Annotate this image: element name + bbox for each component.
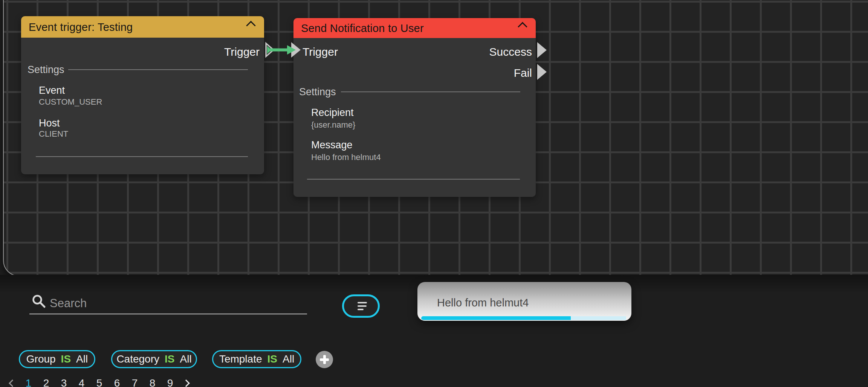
search-bar (29, 292, 307, 314)
field-label: Message (311, 139, 353, 151)
node-title: Event trigger: Testing (29, 21, 133, 33)
chip-value: All (180, 353, 191, 365)
filter-chip-template[interactable]: Template IS All (212, 350, 301, 368)
settings-section-line (341, 91, 520, 92)
field-value: {user.name} (311, 120, 355, 130)
node-event-trigger[interactable]: Event trigger: Testing Trigger Settings … (21, 16, 264, 174)
pagination-prev-icon[interactable] (5, 381, 20, 386)
chip-operator: IS (267, 353, 277, 365)
chip-label: Template (219, 353, 262, 365)
chip-label: Group (26, 353, 56, 365)
search-underline (29, 314, 307, 314)
toast-progress-fill (421, 316, 571, 320)
node-title: Send Notification to User (301, 22, 424, 34)
toast-message: Hello from helmut4 (437, 297, 529, 309)
node-header[interactable]: Event trigger: Testing (21, 16, 264, 38)
search-input[interactable] (49, 294, 292, 313)
field-label: Event (39, 85, 65, 96)
output-port-label-fail: Fail (514, 67, 532, 79)
pagination-next-icon[interactable] (179, 381, 193, 386)
chip-operator: IS (61, 353, 71, 365)
output-port-label-success: Success (489, 46, 532, 58)
field-value: CLIENT (39, 129, 68, 139)
filter-button[interactable] (342, 294, 380, 318)
pagination: 1 2 3 4 5 6 7 8 9 (5, 376, 193, 387)
chip-label: Category (116, 353, 159, 365)
field-value: CUSTOM_USER (39, 97, 102, 107)
field-label: Recipient (311, 107, 354, 119)
success-port-triangle[interactable] (536, 41, 548, 59)
settings-section-label: Settings (28, 64, 64, 76)
page-number-1[interactable]: 1 (20, 377, 37, 387)
input-port-label-trigger: Trigger (303, 46, 338, 58)
bottom-divider-line (36, 156, 248, 157)
workflow-editor: Event trigger: Testing Trigger Settings … (0, 0, 868, 387)
filter-chip-category[interactable]: Category IS All (111, 350, 197, 368)
filter-chip-group[interactable]: Group IS All (19, 350, 95, 368)
page-number-2[interactable]: 2 (37, 377, 55, 387)
toast-progress-track (421, 316, 626, 320)
page-number-8[interactable]: 8 (144, 377, 161, 387)
page-number-5[interactable]: 5 (90, 377, 108, 387)
node-send-notification[interactable]: Send Notification to User Trigger Succes… (293, 18, 536, 197)
settings-section-label: Settings (299, 86, 336, 98)
output-port-label-trigger: Trigger (224, 46, 260, 58)
page-number-7[interactable]: 7 (126, 377, 144, 387)
node-header[interactable]: Send Notification to User (293, 18, 536, 38)
connection-trigger-to-trigger[interactable] (264, 41, 303, 60)
toast-notification[interactable]: Hello from helmut4 (417, 282, 631, 321)
chip-operator: IS (165, 353, 174, 365)
search-icon (32, 294, 47, 309)
page-number-4[interactable]: 4 (73, 377, 90, 387)
fail-port-triangle[interactable] (536, 63, 548, 81)
chip-value: All (283, 353, 294, 365)
add-filter-button[interactable] (316, 351, 333, 368)
page-number-3[interactable]: 3 (55, 377, 73, 387)
chevron-up-icon[interactable] (246, 21, 255, 30)
field-label: Host (39, 117, 60, 129)
chevron-up-icon[interactable] (518, 22, 527, 31)
filter-lines-icon (358, 302, 367, 312)
settings-section-line (68, 69, 248, 70)
page-number-6[interactable]: 6 (108, 377, 126, 387)
chip-value: All (76, 353, 88, 365)
bottom-divider-line (307, 179, 520, 180)
field-value: Hello from helmut4 (311, 152, 381, 162)
page-number-9[interactable]: 9 (161, 377, 179, 387)
